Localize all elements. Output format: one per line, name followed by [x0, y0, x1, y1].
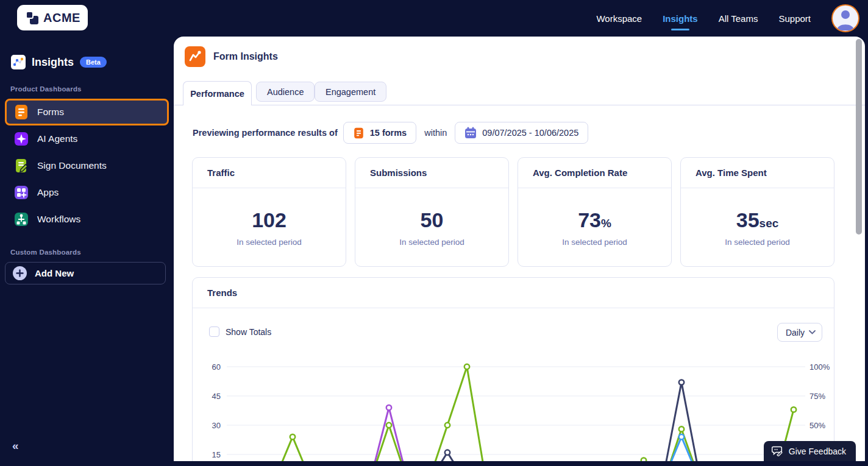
- page-header: Form Insights: [185, 46, 278, 67]
- stat-title: Traffic: [193, 158, 346, 188]
- nav-workspace[interactable]: Workspace: [596, 13, 642, 24]
- nav-support[interactable]: Support: [778, 13, 811, 24]
- top-navigation: Workspace Insights All Teams Support: [596, 0, 859, 37]
- stat-value: 50: [355, 208, 508, 232]
- main-content: Form Insights Performance Audience Engag…: [174, 37, 865, 461]
- interval-value: Daily: [786, 328, 805, 337]
- nav-all-teams[interactable]: All Teams: [719, 13, 758, 24]
- stat-card-time-spent: Avg. Time Spent 35sec In selected period: [680, 157, 834, 267]
- plus-circle-icon: [13, 266, 27, 280]
- tab-engagement[interactable]: Engagement: [315, 82, 386, 102]
- acme-logo-icon: [24, 10, 40, 26]
- stat-value: 35sec: [681, 208, 834, 232]
- sign-documents-icon: [13, 158, 29, 174]
- svg-text:45: 45: [212, 392, 221, 401]
- tab-performance[interactable]: Performance: [183, 81, 252, 105]
- apps-icon: [13, 185, 29, 200]
- show-totals-label: Show Totals: [226, 327, 271, 337]
- stat-caption: In selected period: [518, 238, 671, 247]
- insights-app-icon: [11, 55, 26, 69]
- stat-title: Avg. Time Spent: [681, 158, 834, 188]
- calendar-icon: [464, 127, 477, 139]
- svg-text:15: 15: [212, 450, 221, 459]
- filter-text: Previewing performance results of: [193, 128, 338, 138]
- interval-select[interactable]: Daily: [777, 323, 822, 342]
- form-insights-icon: [185, 46, 205, 67]
- sidebar-title: Insights: [32, 56, 74, 69]
- forms-filter-button[interactable]: 15 forms: [343, 122, 416, 144]
- stat-card-traffic: Traffic 102 In selected period: [192, 157, 346, 267]
- page-title: Form Insights: [213, 51, 278, 62]
- svg-text:75%: 75%: [809, 392, 825, 401]
- sidebar-item-forms[interactable]: Forms: [5, 99, 169, 125]
- beta-badge: Beta: [80, 57, 107, 68]
- nav-insights[interactable]: Insights: [663, 13, 698, 24]
- date-range-button[interactable]: 09/07/2025 - 10/06/2025: [455, 122, 588, 144]
- stat-caption: In selected period: [355, 238, 508, 247]
- filter-bar: Previewing performance results of 15 for…: [193, 122, 588, 144]
- tab-audience[interactable]: Audience: [256, 82, 315, 102]
- sidebar-item-ai-agents[interactable]: AI Agents: [5, 125, 169, 152]
- form-icon: [353, 127, 365, 139]
- forms-icon: [13, 104, 29, 120]
- give-feedback-label: Give Feedback: [789, 447, 846, 456]
- stat-title: Avg. Completion Rate: [518, 158, 671, 188]
- svg-text:100%: 100%: [809, 362, 830, 372]
- sidebar-item-label: AI Agents: [37, 133, 77, 144]
- sidebar-item-label: Sign Documents: [37, 160, 107, 171]
- logo-text: ACME: [43, 11, 80, 25]
- chevron-down-icon: [809, 330, 816, 334]
- vertical-scrollbar-thumb[interactable]: [856, 39, 862, 235]
- sidebar-item-label: Forms: [37, 107, 64, 118]
- add-new-button[interactable]: Add New: [5, 262, 166, 284]
- stat-caption: In selected period: [681, 238, 834, 247]
- stat-card-completion-rate: Avg. Completion Rate 73% In selected per…: [518, 157, 672, 267]
- trends-card: Trends Show Totals Daily 60453015100%75%…: [192, 277, 834, 461]
- trends-chart: 60453015100%75%50%: [202, 351, 836, 461]
- acme-logo[interactable]: ACME: [17, 5, 88, 30]
- user-icon: [833, 6, 858, 30]
- workflows-icon: [13, 211, 29, 227]
- date-range-label: 09/07/2025 - 10/06/2025: [482, 128, 578, 138]
- stat-title: Submissions: [355, 158, 508, 188]
- sidebar-item-sign-documents[interactable]: Sign Documents: [5, 152, 169, 179]
- within-label: within: [424, 128, 447, 138]
- section-label-custom-dashboards: Custom Dashboards: [0, 233, 174, 262]
- add-new-label: Add New: [35, 268, 74, 278]
- sidebar-item-label: Workflows: [37, 214, 80, 225]
- stat-card-submissions: Submissions 50 In selected period: [355, 157, 509, 267]
- section-label-product-dashboards: Product Dashboards: [0, 69, 174, 99]
- svg-text:30: 30: [212, 421, 221, 430]
- sidebar-item-workflows[interactable]: Workflows: [5, 206, 169, 233]
- show-totals-toggle[interactable]: Show Totals: [209, 327, 271, 337]
- give-feedback-button[interactable]: Give Feedback: [764, 441, 856, 461]
- sidebar-item-apps[interactable]: Apps: [5, 179, 169, 206]
- svg-text:50%: 50%: [809, 421, 825, 430]
- sidebar-item-label: Apps: [37, 187, 59, 198]
- ai-agents-icon: [13, 131, 29, 147]
- sidebar-collapse-icon[interactable]: «: [12, 439, 19, 453]
- trends-chart-area: 60453015100%75%50%: [202, 351, 836, 461]
- trends-title: Trends: [193, 278, 834, 308]
- forms-filter-label: 15 forms: [370, 128, 407, 138]
- show-totals-checkbox[interactable]: [209, 327, 219, 337]
- tab-divider: [174, 105, 865, 105]
- stat-value: 73%: [518, 208, 671, 232]
- stat-caption: In selected period: [193, 238, 346, 247]
- feedback-icon: [772, 446, 783, 456]
- svg-text:60: 60: [212, 362, 221, 372]
- stat-cards-row: Traffic 102 In selected period Submissio…: [192, 157, 834, 267]
- avatar[interactable]: [831, 4, 859, 32]
- sidebar: Insights Beta Product Dashboards Forms A…: [0, 37, 174, 466]
- stat-value: 102: [193, 208, 346, 232]
